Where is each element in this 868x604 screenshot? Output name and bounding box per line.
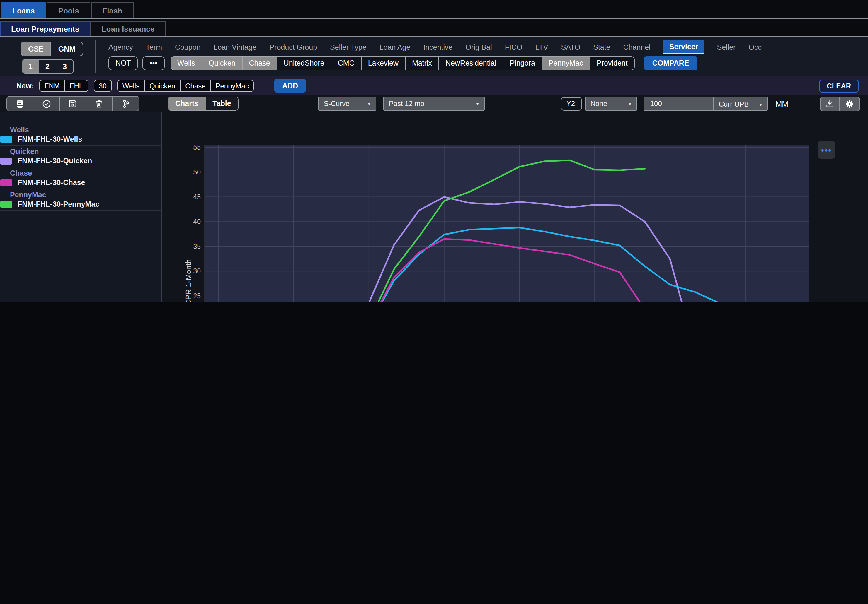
legend-group-pennymac[interactable]: PennyMac FNM-FHL-30-PennyMac <box>0 189 161 211</box>
page-2[interactable]: 2 <box>39 60 56 73</box>
series-name: FNM-FHL-30-Quicken <box>18 157 92 165</box>
legend-series-row: FNM-FHL-30-Quicken <box>0 157 161 165</box>
legend-group-wells[interactable]: Wells FNM-FHL-30-Wells <box>0 124 161 146</box>
gnm-option[interactable]: GNM <box>51 42 82 56</box>
trash-icon[interactable] <box>86 97 113 111</box>
series-color-swatch <box>0 136 12 143</box>
filter-divider <box>95 40 96 73</box>
chip-fnm[interactable]: FNM <box>39 80 65 92</box>
page-1[interactable]: 1 <box>22 60 39 73</box>
legend-group-title: Chase <box>0 167 161 178</box>
pool-chip-group: FNM FHL <box>39 80 88 92</box>
svg-text:50: 50 <box>193 168 201 176</box>
tab-loan-issuance[interactable]: Loan Issuance <box>91 21 166 36</box>
not-button[interactable]: NOT <box>108 56 138 70</box>
legend-series-row: FNM-FHL-30-PennyMac <box>0 200 161 209</box>
series-sidebar: Wells FNM-FHL-30-Wells Quicken FNM-FHL-3… <box>0 113 161 302</box>
svg-text:45: 45 <box>193 193 201 201</box>
page-3[interactable]: 3 <box>56 60 73 73</box>
series-color-swatch <box>0 158 12 165</box>
svg-text:25: 25 <box>193 292 201 300</box>
tab-loans[interactable]: Loans <box>1 2 46 18</box>
legend-group-chase[interactable]: Chase FNM-FHL-30-Chase <box>0 167 161 189</box>
legend-group-title: Quicken <box>0 146 161 156</box>
svg-text:30: 30 <box>193 267 201 275</box>
term-chip-group: 30 <box>93 80 112 92</box>
filter-cat-agency[interactable]: Agency <box>108 43 133 51</box>
new-label: New: <box>16 82 34 90</box>
series-name: FNM-FHL-30-Wells <box>18 135 82 144</box>
branch-icon[interactable] <box>113 97 139 111</box>
legend-group-title: Wells <box>0 124 161 134</box>
series-legend: Wells FNM-FHL-30-Wells Quicken FNM-FHL-3… <box>0 124 161 211</box>
legend-group-quicken[interactable]: Quicken FNM-FHL-30-Quicken <box>0 146 161 167</box>
chip-wells[interactable]: Wells <box>117 80 145 92</box>
chip-30[interactable]: 30 <box>93 80 112 92</box>
check-circle-icon[interactable] <box>33 97 60 111</box>
y-axis-title: CPR 1-Month <box>184 259 193 302</box>
gse-option[interactable]: GSE <box>21 42 51 56</box>
list-action-group <box>6 96 140 111</box>
series-name: FNM-FHL-30-PennyMac <box>18 200 99 209</box>
svg-text:35: 35 <box>193 243 201 250</box>
filter-cat-term[interactable]: Term <box>146 43 162 51</box>
legend-series-row: FNM-FHL-30-Wells <box>0 135 161 144</box>
legend-group-title: PennyMac <box>0 189 161 199</box>
chip-fhl[interactable]: FHL <box>65 80 88 92</box>
tab-pools[interactable]: Pools <box>47 2 90 18</box>
gse-gnm-toggle: GSE GNM <box>20 42 83 56</box>
scurve-chart: 0510152025303540455055-100-2550125200275… <box>161 0 868 302</box>
svg-text:55: 55 <box>193 144 201 151</box>
series-color-swatch <box>0 179 12 186</box>
series-name: FNM-FHL-30-Chase <box>18 179 85 187</box>
journal-icon[interactable] <box>7 97 33 111</box>
page-toggle: 1 2 3 <box>22 59 74 74</box>
save-icon[interactable] <box>60 97 86 111</box>
app-window: Loans Pools Flash Loan Prepayments Loan … <box>0 0 868 302</box>
legend-series-row: FNM-FHL-30-Chase <box>0 179 161 187</box>
tab-flash[interactable]: Flash <box>91 2 133 18</box>
tab-loan-prepayments[interactable]: Loan Prepayments <box>0 21 91 36</box>
chart-more-button[interactable]: ••• <box>818 141 835 159</box>
series-color-swatch <box>0 201 12 208</box>
svg-text:40: 40 <box>193 218 201 226</box>
